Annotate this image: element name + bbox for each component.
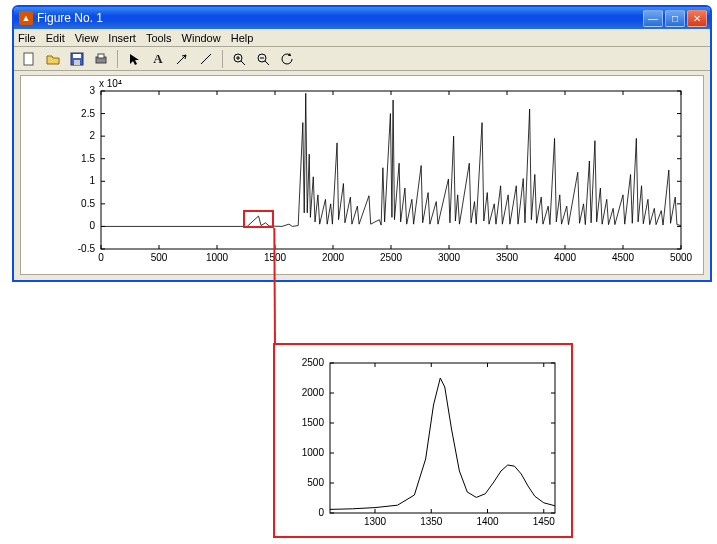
- svg-text:500: 500: [151, 252, 168, 263]
- svg-text:1350: 1350: [420, 516, 443, 527]
- svg-text:3000: 3000: [438, 252, 461, 263]
- svg-line-8: [241, 61, 245, 65]
- svg-text:0: 0: [98, 252, 104, 263]
- svg-rect-5: [98, 54, 104, 58]
- svg-text:1450: 1450: [533, 516, 556, 527]
- svg-text:1400: 1400: [476, 516, 499, 527]
- svg-text:1.5: 1.5: [81, 153, 95, 164]
- menu-view[interactable]: View: [75, 32, 99, 44]
- svg-text:3500: 3500: [496, 252, 519, 263]
- svg-text:2: 2: [89, 130, 95, 141]
- svg-text:1: 1: [89, 175, 95, 186]
- open-icon[interactable]: [42, 49, 64, 69]
- axis-exponent: x 10⁴: [99, 78, 122, 89]
- svg-line-6: [201, 54, 211, 64]
- svg-text:1300: 1300: [364, 516, 387, 527]
- rotate-icon[interactable]: [276, 49, 298, 69]
- menu-edit[interactable]: Edit: [46, 32, 65, 44]
- close-button[interactable]: ✕: [687, 10, 707, 27]
- menu-file[interactable]: File: [18, 32, 36, 44]
- svg-rect-3: [74, 60, 80, 65]
- toolbar: A: [14, 47, 710, 71]
- svg-rect-2: [73, 54, 81, 58]
- svg-text:3: 3: [89, 85, 95, 96]
- menu-help[interactable]: Help: [231, 32, 254, 44]
- toolbar-separator: [117, 50, 118, 68]
- svg-text:-0.5: -0.5: [78, 243, 96, 254]
- svg-text:0.5: 0.5: [81, 198, 95, 209]
- svg-text:5000: 5000: [670, 252, 693, 263]
- figure-window: ▲ Figure No. 1 — □ ✕ File Edit View Inse…: [12, 5, 712, 282]
- text-icon[interactable]: A: [147, 49, 169, 69]
- print-icon[interactable]: [90, 49, 112, 69]
- svg-text:2000: 2000: [302, 387, 325, 398]
- menu-insert[interactable]: Insert: [108, 32, 136, 44]
- toolbar-separator: [222, 50, 223, 68]
- menubar: File Edit View Insert Tools Window Help: [14, 29, 710, 47]
- svg-text:0: 0: [318, 507, 324, 518]
- svg-text:0: 0: [89, 220, 95, 231]
- save-icon[interactable]: [66, 49, 88, 69]
- svg-text:4000: 4000: [554, 252, 577, 263]
- main-axes[interactable]: 0500100015002000250030003500400045005000…: [101, 91, 681, 249]
- plot-area[interactable]: 0500100015002000250030003500400045005000…: [20, 75, 704, 275]
- inset-axes[interactable]: 130013501400145005001000150020002500: [330, 363, 555, 513]
- window-title: Figure No. 1: [37, 11, 643, 25]
- line-icon[interactable]: [195, 49, 217, 69]
- titlebar[interactable]: ▲ Figure No. 1 — □ ✕: [14, 7, 710, 29]
- svg-text:2000: 2000: [322, 252, 345, 263]
- svg-text:2.5: 2.5: [81, 108, 95, 119]
- svg-text:2500: 2500: [380, 252, 403, 263]
- svg-rect-0: [24, 53, 33, 65]
- zoom-in-icon[interactable]: [228, 49, 250, 69]
- svg-text:2500: 2500: [302, 357, 325, 368]
- arrow-icon[interactable]: [171, 49, 193, 69]
- svg-text:1000: 1000: [206, 252, 229, 263]
- pointer-icon[interactable]: [123, 49, 145, 69]
- svg-text:500: 500: [307, 477, 324, 488]
- svg-line-12: [265, 61, 269, 65]
- svg-text:1000: 1000: [302, 447, 325, 458]
- svg-text:1500: 1500: [302, 417, 325, 428]
- new-figure-icon[interactable]: [18, 49, 40, 69]
- svg-rect-73: [330, 363, 555, 513]
- zoom-out-icon[interactable]: [252, 49, 274, 69]
- maximize-button[interactable]: □: [665, 10, 685, 27]
- svg-text:1500: 1500: [264, 252, 287, 263]
- svg-text:4500: 4500: [612, 252, 635, 263]
- menu-tools[interactable]: Tools: [146, 32, 172, 44]
- menu-window[interactable]: Window: [182, 32, 221, 44]
- inset-frame: 130013501400145005001000150020002500: [273, 343, 573, 538]
- minimize-button[interactable]: —: [643, 10, 663, 27]
- app-icon: ▲: [19, 11, 33, 25]
